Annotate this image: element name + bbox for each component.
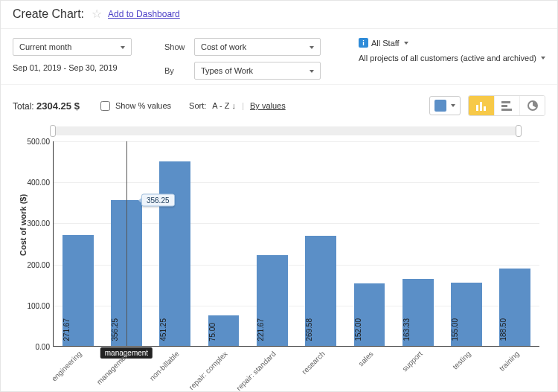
bar-slot[interactable]: 271.67 (54, 141, 102, 346)
hover-line (126, 141, 127, 346)
controls-row: Current month Sep 01, 2019 - Sep 30, 201… (1, 29, 557, 84)
sort-group: Sort: A - Z ↓ | By values (189, 101, 286, 110)
chart-area: Cost of work ($) 0.00100.00200.00300.004… (10, 126, 548, 379)
total-label: Total: (13, 101, 34, 112)
by-label: By (164, 66, 194, 75)
show-label: Show (164, 42, 194, 51)
bar-value-label: 152.00 (354, 318, 385, 341)
show-percent-label: Show % values (115, 101, 171, 110)
x-labels: engineeringmanagementnon-billablerepair:… (53, 347, 539, 379)
x-label: research (300, 350, 326, 376)
x-label: engineering (50, 350, 83, 383)
bar-slot[interactable]: 451.25 (151, 141, 199, 346)
bar-slot[interactable]: 152.00 (345, 141, 394, 346)
range-slider[interactable] (53, 126, 519, 135)
staff-filter[interactable]: i All Staff (359, 38, 545, 48)
favorite-star-icon[interactable]: ☆ (92, 7, 102, 21)
bar-value-label: 269.58 (305, 318, 336, 341)
projects-filter[interactable]: All projects of all customers (active an… (359, 54, 545, 62)
page: Create Chart: ☆ Add to Dashboard Current… (0, 0, 558, 392)
bar-slot[interactable]: 188.50 (491, 141, 539, 346)
range-handle-right[interactable] (516, 125, 522, 137)
bar-testing[interactable]: 155.00 (451, 283, 482, 346)
bar-value-label: 188.50 (499, 318, 530, 341)
x-label: training (498, 350, 521, 373)
projects-filter-label: All projects of all customers (active an… (359, 54, 536, 62)
x-label: support (400, 350, 423, 373)
summary-row: Total: 2304.25 $ Show % values Sort: A -… (1, 84, 557, 123)
chevron-down-icon (451, 104, 455, 107)
sort-az[interactable]: A - Z ↓ (212, 101, 236, 110)
color-swatch (434, 100, 446, 112)
staff-filter-label: All Staff (371, 39, 400, 48)
bar-engineering[interactable]: 271.67 (62, 235, 94, 346)
total: Total: 2304.25 $ (13, 100, 80, 112)
bar-value-label: 163.33 (403, 318, 434, 341)
bar-value-label: 75.00 (208, 323, 240, 341)
right-controls (429, 95, 545, 116)
y-tick-label: 100.00 (22, 301, 50, 309)
show-select[interactable]: Cost of work (194, 38, 321, 56)
chevron-down-icon (541, 57, 545, 60)
metric-column: Show Cost of work By Types of Work (164, 38, 321, 80)
period-column: Current month Sep 01, 2019 - Sep 30, 201… (13, 38, 147, 72)
divider: | (242, 101, 244, 110)
bar-non-billable[interactable]: 451.25 (159, 161, 190, 346)
chart-type-buttons (468, 95, 545, 116)
bar-slot[interactable]: 269.58 (296, 141, 344, 346)
period-select[interactable]: Current month (13, 38, 132, 56)
show-percent-toggle[interactable]: Show % values (97, 99, 171, 113)
svg-rect-2 (484, 106, 486, 111)
x-label: non-billable (147, 350, 180, 382)
chart-type-hbar[interactable] (494, 96, 519, 115)
range-handle-left[interactable] (50, 125, 56, 137)
svg-rect-0 (476, 105, 478, 111)
svg-rect-5 (501, 109, 512, 111)
chevron-down-icon (404, 42, 408, 45)
pie-chart-icon (527, 100, 539, 112)
bar-research[interactable]: 269.58 (305, 236, 336, 346)
filter-column: i All Staff All projects of all customer… (359, 38, 545, 68)
bar-sales[interactable]: 152.00 (354, 283, 385, 346)
bar-training[interactable]: 188.50 (499, 269, 530, 346)
bar-slot[interactable]: 155.00 (442, 141, 490, 346)
sort-by-values[interactable]: By values (250, 101, 286, 110)
chart-type-pie[interactable] (519, 96, 545, 115)
hbar-chart-icon (501, 100, 513, 111)
bar-chart-icon (475, 100, 487, 111)
y-tick-label: 500.00 (22, 138, 50, 146)
bar-repair-complex[interactable]: 75.00 (208, 315, 240, 346)
svg-rect-3 (501, 101, 510, 103)
y-tick-label: 0.00 (22, 343, 50, 351)
bar-value-label: 451.25 (159, 318, 190, 341)
x-label: sales (357, 350, 375, 367)
page-header: Create Chart: ☆ Add to Dashboard (1, 1, 557, 29)
date-range[interactable]: Sep 01, 2019 - Sep 30, 2019 (13, 63, 147, 72)
y-tick-label: 300.00 (22, 219, 50, 228)
bar-slot[interactable]: 163.33 (394, 141, 442, 346)
show-percent-checkbox[interactable] (100, 101, 110, 111)
bar-value-label: 221.67 (257, 318, 288, 341)
bar-slot[interactable]: 221.67 (248, 141, 296, 346)
info-icon: i (359, 38, 368, 48)
plot[interactable]: 271.67356.25451.2575.00221.67269.58152.0… (53, 141, 539, 347)
svg-rect-1 (480, 102, 482, 111)
y-tick-label: 400.00 (22, 179, 50, 187)
bar-repair-standard[interactable]: 221.67 (257, 255, 288, 346)
bar-support[interactable]: 163.33 (403, 279, 434, 346)
page-title: Create Chart: (13, 7, 84, 21)
svg-rect-4 (501, 105, 507, 107)
sort-label: Sort: (189, 101, 206, 110)
total-value: 2304.25 $ (36, 100, 80, 112)
bar-value-label: 271.67 (62, 318, 94, 341)
y-tick-label: 200.00 (22, 260, 50, 269)
bar-value-label: 155.00 (451, 318, 482, 341)
add-to-dashboard-link[interactable]: Add to Dashboard (108, 9, 180, 19)
bar-slot[interactable]: 75.00 (199, 141, 248, 346)
color-dropdown[interactable] (429, 96, 461, 115)
by-select[interactable]: Types of Work (194, 62, 321, 80)
x-label: testing (451, 350, 472, 371)
chart-type-bar[interactable] (469, 96, 494, 115)
